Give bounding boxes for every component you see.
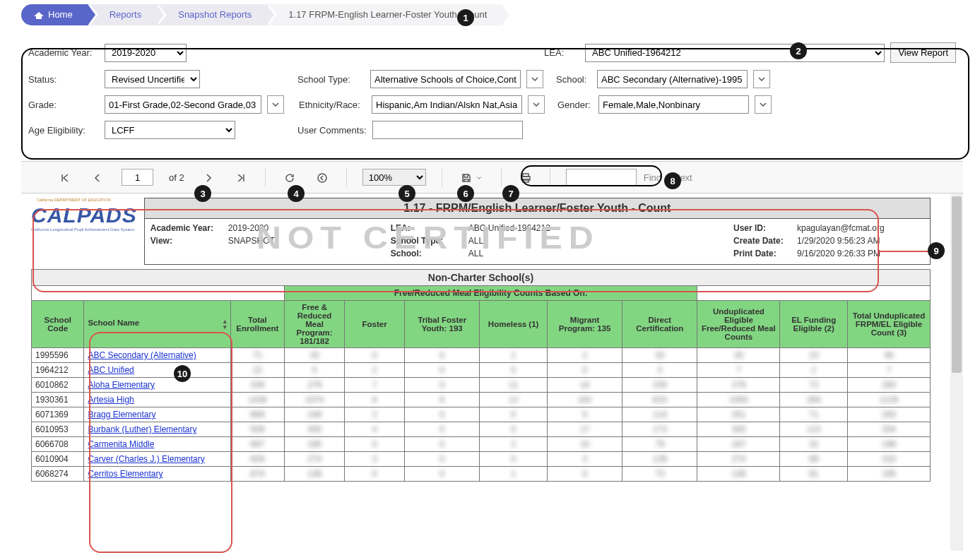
- print-button[interactable]: [517, 167, 534, 188]
- cell-value: 0: [345, 348, 405, 363]
- col-foster[interactable]: Foster: [345, 301, 405, 348]
- school-link[interactable]: ABC Secondary (Alternative): [88, 350, 196, 360]
- ethnicity-label: Ethnicity/Race:: [299, 100, 366, 110]
- cell-value: 198: [847, 437, 930, 452]
- find-input[interactable]: [566, 169, 637, 186]
- col-total[interactable]: Total Unduplicated FRPM/EL Eligible Coun…: [847, 301, 930, 348]
- page-number-input[interactable]: [122, 169, 153, 186]
- cell-value: 71: [780, 407, 848, 422]
- next-page-button[interactable]: [200, 167, 217, 188]
- school-link[interactable]: Aloha Elementary: [88, 380, 155, 390]
- breadcrumb-home[interactable]: Home: [21, 4, 88, 25]
- lea-select[interactable]: ABC Unified-1964212: [585, 44, 885, 62]
- table-row: 1995596ABC Secondary (Alternative)713300…: [32, 348, 931, 363]
- filter-panel: Academic Year: 2019-2020 LEA: ABC Unifie…: [21, 32, 963, 157]
- cell-value: 2: [480, 348, 548, 363]
- status-select[interactable]: Revised Uncertified: [105, 70, 200, 88]
- school-link[interactable]: Burbank (Luther) Elementary: [88, 424, 196, 434]
- school-link[interactable]: Cerritos Elementary: [88, 469, 163, 479]
- report-body: California DEPARTMENT OF EDUCATION CALPA…: [21, 193, 963, 551]
- cell-value: 248: [285, 407, 345, 422]
- cell-value: 0: [405, 422, 480, 437]
- cell-value: 8: [345, 393, 405, 407]
- cell-code: 6068274: [32, 467, 84, 482]
- school-link[interactable]: Carver (Charles J.) Elementary: [88, 454, 204, 464]
- grade-input[interactable]: [105, 95, 261, 114]
- col-frmp[interactable]: Free & Reduced Meal Program: 181/182: [285, 301, 345, 348]
- gender-dropdown-icon[interactable]: [755, 95, 772, 114]
- age-select[interactable]: LCFF: [105, 121, 235, 139]
- view-report-button[interactable]: View Report: [890, 42, 956, 63]
- school-type-dropdown-icon[interactable]: [526, 70, 543, 88]
- cell-value: 669: [230, 407, 285, 422]
- cell-value: 73: [622, 467, 697, 482]
- grade-dropdown-icon[interactable]: [267, 95, 284, 114]
- cell-value: 10: [547, 437, 622, 452]
- scrollbar[interactable]: [950, 193, 963, 551]
- table-row: 6071369Bragg Elementary66924820051142517…: [32, 407, 931, 422]
- cell-value: 12: [480, 393, 548, 407]
- cell-code: 1995596: [32, 348, 84, 363]
- col-direct[interactable]: Direct Certification: [622, 301, 697, 348]
- cell-value: 0: [480, 407, 548, 422]
- school-type-label: School Type:: [297, 74, 365, 85]
- scrollbar-thumb[interactable]: [952, 196, 962, 373]
- school-type-input[interactable]: [370, 70, 521, 88]
- school-link[interactable]: Bragg Elementary: [88, 410, 155, 419]
- report-title: 1.17 - FRPM/English Learner/Foster Youth…: [145, 198, 930, 219]
- cell-value: 3: [547, 452, 622, 467]
- col-enroll[interactable]: Total Enrollment: [230, 301, 285, 348]
- col-tribal[interactable]: Tribal Foster Youth: 193: [405, 301, 480, 348]
- col-el[interactable]: EL Funding Eligible (2): [780, 301, 848, 348]
- cell-value: 0: [405, 363, 480, 378]
- col-name[interactable]: School Name▴▾: [84, 301, 230, 348]
- cell-value: 7: [697, 363, 780, 378]
- refresh-button[interactable]: [281, 167, 298, 188]
- cell-value: 609: [230, 452, 285, 467]
- breadcrumb-snapshot[interactable]: Snapshot Reports: [157, 4, 267, 25]
- cell-value: 339: [230, 378, 285, 393]
- gender-input[interactable]: [598, 95, 749, 114]
- school-input[interactable]: [597, 70, 748, 88]
- prev-page-button[interactable]: [89, 167, 106, 188]
- school-link[interactable]: Carmenita Middle: [88, 439, 154, 449]
- first-page-button[interactable]: [57, 167, 73, 188]
- cell-name: Cerritos Elementary: [84, 467, 230, 482]
- col-code[interactable]: School Code: [32, 301, 84, 348]
- lea-label: LEA:: [544, 47, 579, 58]
- cell-value: 48: [847, 348, 930, 363]
- svg-rect-3: [523, 179, 529, 182]
- table-row: 6068274Cerritos Elementary67413800107313…: [32, 467, 931, 482]
- cell-value: 30: [697, 348, 780, 363]
- col-undup[interactable]: Unduplicated Eligible Free/Reduced Meal …: [697, 301, 780, 348]
- school-link[interactable]: Artesia High: [88, 395, 134, 405]
- save-button[interactable]: [458, 167, 485, 188]
- find-button[interactable]: Find: [644, 172, 661, 183]
- cell-code: 6010904: [32, 452, 84, 467]
- cell-value: 1074: [285, 393, 345, 407]
- cell-value: 89: [780, 452, 848, 467]
- cell-value: 0: [405, 378, 480, 393]
- cell-value: 139: [622, 452, 697, 467]
- find-next-button[interactable]: | Next: [668, 172, 692, 183]
- last-page-button[interactable]: [232, 167, 249, 188]
- cell-name: Bragg Elementary: [84, 407, 230, 422]
- school-link[interactable]: ABC Unified: [88, 365, 134, 375]
- academic-year-select[interactable]: 2019-2020: [105, 44, 187, 62]
- school-dropdown-icon[interactable]: [753, 70, 770, 88]
- col-migrant[interactable]: Migrant Program: 135: [547, 301, 622, 348]
- cell-value: 33: [622, 348, 697, 363]
- academic-year-label: Academic Year:: [28, 47, 99, 58]
- cell-value: 633: [622, 393, 697, 407]
- comments-input[interactable]: [372, 121, 523, 139]
- section-header: Non-Charter School(s): [32, 270, 931, 286]
- col-homeless[interactable]: Homeless (1): [480, 301, 548, 348]
- watermark: NOT CERTIFIED: [256, 220, 599, 256]
- ethnicity-dropdown-icon[interactable]: [528, 95, 545, 114]
- zoom-select[interactable]: 100%: [362, 169, 426, 186]
- breadcrumb-current: 1.17 FRPM-English Learner-Foster Youth- …: [267, 4, 502, 25]
- ethnicity-input[interactable]: [372, 95, 522, 114]
- back-button[interactable]: [314, 167, 331, 188]
- breadcrumb-reports[interactable]: Reports: [88, 4, 158, 25]
- cell-value: 305: [285, 422, 345, 437]
